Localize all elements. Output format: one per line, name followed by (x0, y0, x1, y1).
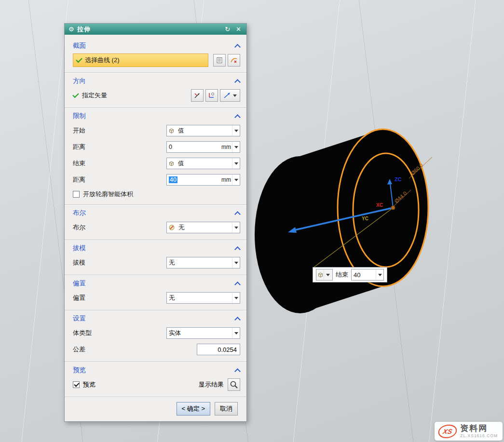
section-header-draft[interactable]: 拔模 (65, 241, 246, 254)
chevron-down-icon (232, 125, 240, 136)
select-curves-label: 选择曲线 (2) (85, 56, 120, 65)
body-type-value: 实体 (167, 329, 181, 337)
chevron-down-icon (232, 257, 240, 268)
mini-end-distance-input[interactable]: 40 (351, 269, 384, 281)
watermark: XS 资料网 ZL.XS1616.COM (435, 422, 503, 441)
yc-axis-label: YC (362, 216, 368, 221)
vector-arrow-icon (223, 92, 232, 99)
zc-axis-label: ZC (395, 176, 402, 182)
show-result-label: 显示结果 (199, 380, 224, 389)
section-offset-group: 偏置 偏置 无 (65, 275, 246, 310)
limits-end-row: 结束 值 (65, 155, 246, 172)
select-curves-field[interactable]: 选择曲线 (2) (73, 54, 208, 67)
limits-header-label: 限制 (73, 112, 86, 121)
direction-header-label: 方向 (73, 77, 86, 85)
boolean-label: 布尔 (73, 223, 166, 232)
body-type-dropdown[interactable]: 实体 (166, 327, 240, 339)
dialog-titlebar[interactable]: ⚙ 拉伸 ↻ ✕ (65, 24, 246, 35)
mini-mode-dropdown[interactable] (316, 269, 333, 281)
curve-rule-button[interactable] (213, 54, 226, 67)
end-distance-unit: mm (221, 176, 231, 183)
start-mode-dropdown[interactable]: 值 (166, 125, 240, 136)
3d-viewport[interactable]: ZC XC YC Ø60.0 Ø44.0 (241, 111, 444, 325)
start-label: 开始 (73, 126, 166, 135)
sketch-section-button[interactable] (228, 54, 240, 67)
inferred-vector-icon (193, 92, 201, 99)
magnifier-icon (230, 380, 238, 389)
section-header-preview[interactable]: 预览 (65, 363, 246, 376)
end-mode-dropdown[interactable]: 值 (166, 158, 240, 169)
section-header-section[interactable]: 截面 (65, 39, 246, 52)
chevron-down-icon (232, 293, 240, 303)
section-header-limits[interactable]: 限制 (65, 109, 246, 122)
specify-vector-row: 指定矢量 (65, 87, 246, 104)
section-boolean-group: 布尔 布尔 无 (65, 204, 246, 240)
cube-icon (168, 161, 175, 167)
cancel-button[interactable]: 取消 (215, 402, 238, 415)
chevron-up-icon (234, 44, 241, 50)
offset-label: 偏置 (73, 294, 166, 302)
offset-value: 无 (167, 294, 175, 302)
show-result-button[interactable] (228, 378, 240, 391)
floating-extrude-toolbar: 结束 40 (313, 267, 387, 282)
end-distance-input[interactable]: 40 mm (166, 174, 240, 186)
chevron-down-icon (232, 142, 240, 152)
limits-end-distance-row: 距离 40 mm (65, 172, 246, 188)
draft-label: 拔模 (73, 258, 166, 267)
chevron-down-icon (232, 222, 240, 233)
section-limits-group: 限制 开始 值 距离 (65, 107, 246, 204)
open-profile-row: 开放轮廓智能体积 (65, 188, 246, 201)
3d-scene[interactable]: ZC XC YC Ø60.0 Ø44.0 (241, 111, 444, 323)
draft-value: 无 (167, 259, 175, 267)
vector-dialog-button[interactable] (205, 89, 218, 102)
inferred-vector-button[interactable] (191, 89, 204, 102)
body-type-label: 体类型 (73, 329, 166, 337)
offset-row: 偏置 无 (65, 290, 246, 306)
chevron-down-icon (376, 269, 383, 280)
origin-point[interactable] (391, 206, 395, 210)
section-curve-group: 截面 选择曲线 (2) (65, 38, 246, 72)
boolean-dropdown[interactable]: 无 (166, 222, 240, 233)
open-profile-label: 开放轮廓智能体积 (83, 190, 133, 199)
vector-type-dropdown[interactable] (220, 89, 240, 102)
vector-constructor-icon (208, 92, 216, 99)
chevron-up-icon (234, 281, 241, 288)
draft-dropdown[interactable]: 无 (166, 257, 240, 268)
section-header-settings[interactable]: 设置 (65, 311, 246, 325)
offset-dropdown[interactable]: 无 (166, 292, 240, 304)
preview-label: 预览 (83, 380, 95, 389)
gear-icon: ⚙ (68, 26, 74, 32)
section-header-label: 截面 (73, 41, 86, 50)
start-distance-unit: mm (221, 144, 231, 150)
mini-end-label: 结束 (336, 270, 348, 279)
body-type-row: 体类型 实体 (65, 325, 246, 341)
section-settings-group: 设置 体类型 实体 公差 0.0254 (65, 310, 246, 362)
tolerance-input[interactable]: 0.0254 (197, 344, 240, 355)
section-draft-group: 拔模 拔模 无 (65, 240, 246, 275)
tolerance-row: 公差 0.0254 (65, 341, 246, 358)
mini-end-distance-value: 40 (352, 271, 376, 279)
select-curves-row: 选择曲线 (2) (65, 52, 246, 68)
section-header-direction[interactable]: 方向 (65, 74, 246, 87)
boolean-row: 布尔 无 (65, 219, 246, 236)
dialog-title: 拉伸 (77, 25, 91, 34)
start-distance-input[interactable]: 0 mm (166, 141, 240, 153)
open-profile-checkbox[interactable] (73, 191, 80, 198)
dialog-body: 截面 选择曲线 (2) (65, 35, 246, 421)
section-header-boolean[interactable]: 布尔 (65, 206, 246, 219)
extrude-dialog: ⚙ 拉伸 ↻ ✕ 截面 选择曲线 (2) (64, 23, 247, 422)
section-preview-group: 预览 预览 显示结果 (65, 362, 246, 397)
section-header-offset[interactable]: 偏置 (65, 276, 246, 290)
preview-checkbox[interactable] (73, 381, 80, 388)
draft-header-label: 拔模 (73, 244, 86, 253)
ok-button[interactable]: < 确定 > (177, 402, 210, 415)
boolean-value: 无 (177, 224, 185, 232)
tolerance-value: 0.0254 (218, 346, 237, 353)
chevron-down-icon (232, 174, 240, 185)
watermark-logo-icon: XS (437, 425, 458, 438)
preview-header-label: 预览 (73, 366, 86, 375)
close-button[interactable]: ✕ (234, 26, 243, 33)
reset-button[interactable]: ↻ (223, 26, 232, 33)
watermark-site-name: 资料网 (460, 424, 498, 433)
offset-header-label: 偏置 (73, 279, 86, 288)
